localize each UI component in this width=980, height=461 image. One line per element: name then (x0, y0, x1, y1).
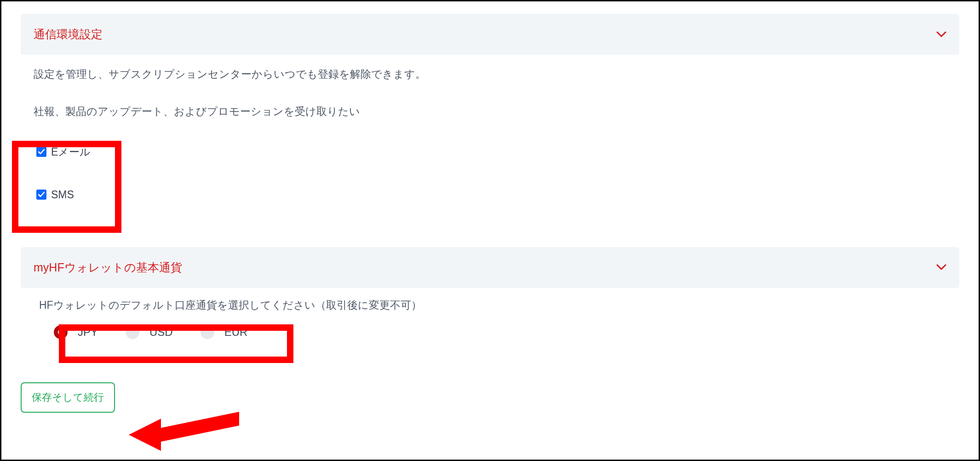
communication-section-header[interactable]: 通信環境設定 (21, 14, 959, 55)
communication-desc-2: 社報、製品のアップデート、およびプロモーションを受け取りたい (34, 103, 946, 120)
radio-eur-circle[interactable] (201, 325, 214, 339)
chevron-down-icon (936, 264, 946, 271)
radio-eur[interactable]: EUR (201, 325, 248, 339)
chevron-down-icon (936, 31, 946, 38)
checkbox-email-box[interactable] (36, 147, 46, 157)
checkbox-sms[interactable]: SMS (35, 189, 945, 201)
radio-usd[interactable]: USD (126, 325, 173, 339)
save-continue-button[interactable]: 保存そして続行 (21, 382, 115, 413)
radio-jpy-circle[interactable] (54, 325, 68, 339)
radio-usd-circle[interactable] (126, 325, 139, 339)
radio-jpy[interactable]: JPY (54, 325, 98, 339)
radio-eur-label: EUR (224, 326, 248, 339)
communication-section-title: 通信環境設定 (34, 27, 103, 42)
radio-jpy-label: JPY (78, 326, 98, 339)
checkbox-group: Eメール SMS (21, 128, 959, 215)
wallet-section-title: myHFウォレットの基本通貨 (34, 260, 182, 275)
checkbox-email[interactable]: Eメール (35, 145, 945, 159)
wallet-desc: HFウォレットのデフォルト口座通貨を選択してください（取引後に変更不可） (21, 288, 959, 312)
checkbox-sms-box[interactable] (36, 190, 46, 200)
checkbox-email-label: Eメール (51, 145, 91, 159)
communication-desc-1: 設定を管理し、サブスクリプションセンターからいつでも登録を解除できます。 (34, 66, 946, 83)
communication-section-body: 設定を管理し、サブスクリプションセンターからいつでも登録を解除できます。 社報、… (21, 55, 959, 128)
radio-usd-label: USD (149, 326, 173, 339)
radio-group: JPY USD EUR (21, 312, 959, 350)
checkbox-sms-label: SMS (51, 189, 74, 201)
wallet-section-header[interactable]: myHFウォレットの基本通貨 (21, 247, 959, 288)
